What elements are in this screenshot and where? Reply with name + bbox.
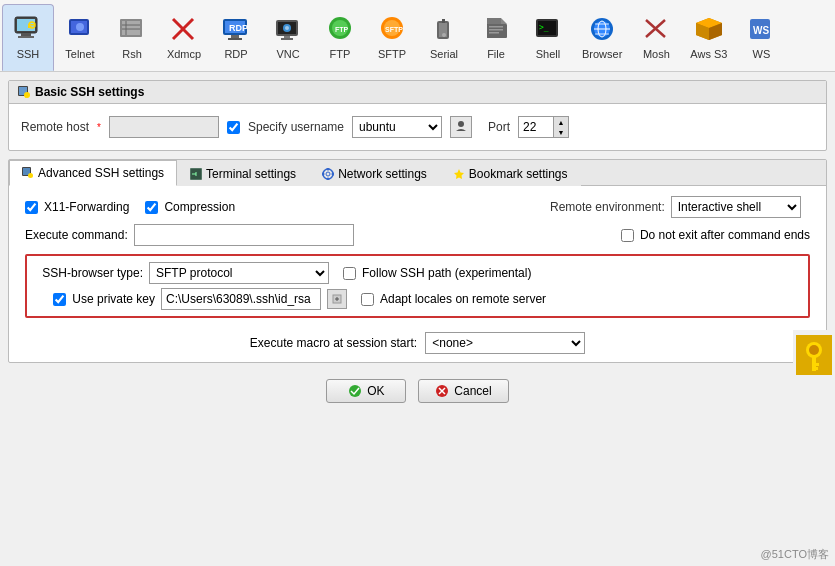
sftp-icon: SFTP — [376, 13, 408, 45]
basic-ssh-icon — [17, 85, 31, 99]
port-spin-up[interactable]: ▲ — [554, 117, 568, 127]
username-select[interactable]: ubuntu — [352, 116, 442, 138]
ok-button[interactable]: OK — [326, 379, 406, 403]
svg-point-78 — [332, 172, 335, 175]
highlight-box: SSH-browser type: SFTP protocol SCP prot… — [25, 254, 810, 318]
toolbar-item-rdp[interactable]: RDP RDP — [210, 4, 262, 71]
svg-point-10 — [76, 23, 84, 31]
tab-bookmark[interactable]: Bookmark settings — [440, 160, 581, 186]
toolbar-item-file[interactable]: File — [470, 4, 522, 71]
ssh-browser-type-select[interactable]: SFTP protocol SCP protocol None — [149, 262, 329, 284]
port-spin-down[interactable]: ▼ — [554, 127, 568, 137]
toolbar-item-ssh[interactable]: SSH — [2, 4, 54, 71]
remote-host-input[interactable] — [109, 116, 219, 138]
follow-ssh-path-label: Follow SSH path (experimental) — [362, 266, 531, 280]
shell-icon: >_ — [532, 13, 564, 45]
execute-macro-select[interactable]: <none> — [425, 332, 585, 354]
browse-button[interactable] — [327, 289, 347, 309]
follow-ssh-path-checkbox[interactable] — [343, 267, 356, 280]
private-key-path-input[interactable] — [161, 288, 321, 310]
toolbar-item-shell[interactable]: >_ Shell — [522, 4, 574, 71]
remote-env-select[interactable]: Interactive shell Custom — [671, 196, 801, 218]
svg-point-79 — [322, 172, 325, 175]
execute-macro-label: Execute macro at session start: — [250, 336, 417, 350]
mosh-icon — [640, 13, 672, 45]
toolbar-item-sftp[interactable]: SFTP SFTP — [366, 4, 418, 71]
rsh-icon — [116, 13, 148, 45]
tab-bookmark-icon — [453, 168, 465, 180]
svg-text:FTP: FTP — [335, 26, 349, 33]
ftp-icon: FTP — [324, 13, 356, 45]
toolbar-item-serial[interactable]: Serial — [418, 4, 470, 71]
svg-rect-41 — [487, 18, 501, 24]
svg-rect-25 — [284, 36, 290, 38]
tab-terminal-label: Terminal settings — [206, 167, 296, 181]
toolbar-item-ws[interactable]: WS WS — [735, 4, 787, 71]
toolbar-item-xdmcp[interactable]: Xdmcp — [158, 4, 210, 71]
toolbar-item-awss3[interactable]: Aws S3 — [682, 4, 735, 71]
compression-checkbox[interactable] — [145, 201, 158, 214]
svg-rect-12 — [122, 21, 140, 35]
tab-network-label: Network settings — [338, 167, 427, 181]
svg-rect-7 — [30, 26, 32, 28]
toolbar-item-mosh[interactable]: Mosh — [630, 4, 682, 71]
use-private-key-label: Use private key — [72, 292, 155, 306]
advanced-ssh-panel: Advanced SSH settings Terminal settings — [8, 159, 827, 363]
toolbar-ws-label: WS — [753, 48, 771, 60]
adv-row1-left: X11-Forwarding Compression — [25, 200, 542, 214]
compression-row: Compression — [145, 200, 235, 214]
basic-ssh-panel: Basic SSH settings Remote host * Specify… — [8, 80, 827, 151]
x11-forwarding-checkbox[interactable] — [25, 201, 38, 214]
cancel-icon — [435, 384, 449, 398]
adv-row-1: X11-Forwarding Compression Remote enviro… — [25, 196, 810, 218]
cancel-button[interactable]: Cancel — [418, 379, 508, 403]
adv-row1-right: Remote environment: Interactive shell Cu… — [550, 196, 810, 218]
toolbar-file-label: File — [487, 48, 505, 60]
svg-rect-67 — [25, 96, 26, 98]
toolbar-item-ftp[interactable]: FTP FTP — [314, 4, 366, 71]
browser-icon — [586, 13, 618, 45]
telnet-icon — [64, 13, 96, 45]
use-private-key-checkbox[interactable] — [53, 293, 66, 306]
toolbar-item-vnc[interactable]: VNC — [262, 4, 314, 71]
svg-rect-43 — [489, 26, 503, 28]
x11-forwarding-row: X11-Forwarding — [25, 200, 129, 214]
svg-rect-6 — [28, 26, 30, 28]
advanced-tabs: Advanced SSH settings Terminal settings — [9, 160, 826, 186]
svg-point-28 — [285, 26, 289, 30]
do-not-exit-label: Do not exit after command ends — [640, 228, 810, 242]
tab-adv-ssh-icon — [22, 167, 34, 179]
remote-env-label: Remote environment: — [550, 200, 665, 214]
svg-rect-94 — [812, 363, 819, 366]
port-label: Port — [488, 120, 510, 134]
file-icon — [480, 13, 512, 45]
svg-text:>_: >_ — [539, 23, 549, 32]
tab-terminal[interactable]: Terminal settings — [177, 160, 309, 186]
required-star: * — [97, 122, 101, 133]
basic-ssh-title: Basic SSH settings — [35, 85, 144, 99]
tab-network-icon — [322, 168, 334, 180]
svg-point-81 — [327, 177, 330, 180]
vnc-icon — [272, 13, 304, 45]
toolbar-telnet-label: Telnet — [65, 48, 94, 60]
svg-rect-95 — [812, 367, 818, 370]
do-not-exit-checkbox[interactable] — [621, 229, 634, 242]
svg-point-68 — [458, 121, 464, 127]
svg-rect-2 — [21, 33, 31, 36]
do-not-exit-row: Do not exit after command ends — [621, 228, 810, 242]
ok-icon — [348, 384, 362, 398]
svg-marker-40 — [501, 18, 507, 24]
toolbar-item-browser[interactable]: Browser — [574, 4, 630, 71]
tab-advanced-ssh[interactable]: Advanced SSH settings — [9, 160, 177, 186]
toolbar-item-rsh[interactable]: Rsh — [106, 4, 158, 71]
adapt-locales-label: Adapt locales on remote server — [380, 292, 546, 306]
toolbar-item-telnet[interactable]: Telnet — [54, 4, 106, 71]
adapt-locales-checkbox[interactable] — [361, 293, 374, 306]
port-input[interactable] — [519, 117, 553, 137]
execute-command-input[interactable] — [134, 224, 354, 246]
tab-network[interactable]: Network settings — [309, 160, 440, 186]
specify-username-label: Specify username — [248, 120, 344, 134]
username-icon-button[interactable] — [450, 116, 472, 138]
awss3-icon — [693, 13, 725, 45]
specify-username-checkbox[interactable] — [227, 121, 240, 134]
